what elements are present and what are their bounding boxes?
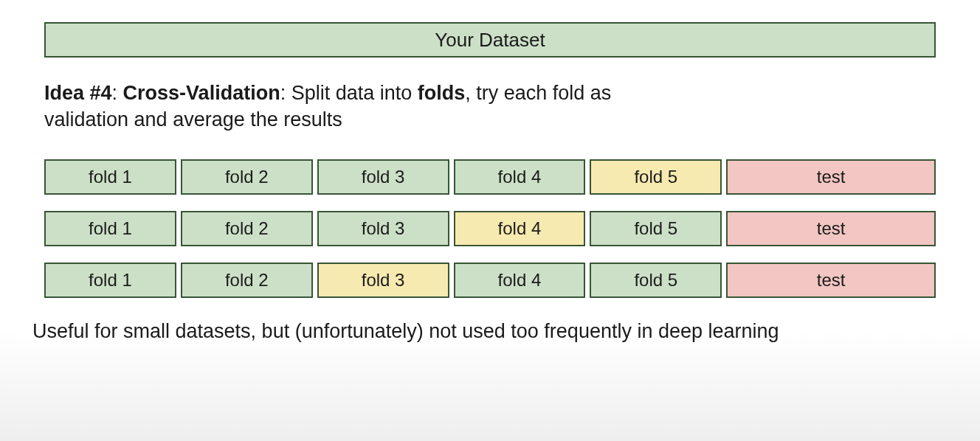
fold-row: fold 1fold 2fold 3fold 4fold 5test [44, 159, 936, 195]
desc-bold2: folds [418, 82, 466, 104]
fold-rows: fold 1fold 2fold 3fold 4fold 5testfold 1… [44, 159, 936, 298]
desc-tail1: : Split data into [280, 82, 418, 104]
footer-note: Useful for small datasets, but (unfortun… [30, 320, 950, 343]
fold-cell: fold 2 [181, 159, 313, 195]
fold-row: fold 1fold 2fold 3fold 4fold 5test [44, 211, 936, 246]
fold-cell: fold 3 [317, 211, 449, 246]
dataset-banner: Your Dataset [44, 22, 936, 58]
fold-cell: fold 1 [44, 159, 176, 195]
fold-cell: fold 5 [590, 159, 722, 195]
test-cell: test [726, 159, 936, 195]
idea-number: Idea #4 [44, 82, 112, 104]
fold-cell: fold 4 [454, 263, 586, 298]
fold-cell: fold 1 [44, 211, 176, 246]
fold-cell: fold 5 [590, 211, 722, 246]
idea-term: Cross-Validation [123, 82, 280, 104]
fold-cell: fold 4 [454, 159, 586, 195]
colon1: : [112, 82, 123, 104]
idea-description: Idea #4: Cross-Validation: Split data in… [44, 80, 679, 133]
fold-cell: fold 5 [590, 263, 722, 298]
test-cell: test [726, 211, 936, 246]
fold-row: fold 1fold 2fold 3fold 4fold 5test [44, 263, 936, 298]
test-cell: test [726, 263, 936, 298]
fold-cell: fold 4 [454, 211, 586, 246]
fold-cell: fold 2 [181, 263, 313, 298]
fold-cell: fold 2 [181, 211, 313, 246]
fold-cell: fold 1 [44, 263, 176, 298]
fold-cell: fold 3 [317, 263, 449, 298]
fold-cell: fold 3 [317, 159, 449, 195]
